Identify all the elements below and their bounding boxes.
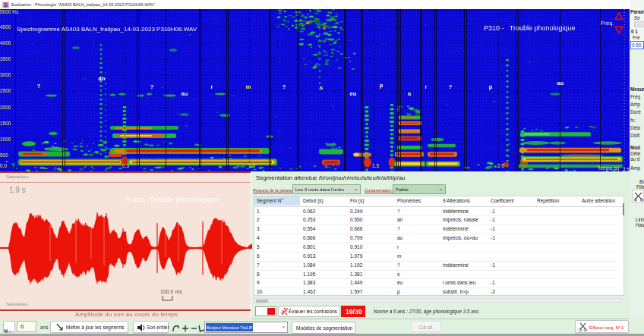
svg-text:Spectrogramme AS403 BALN_trali: Spectrogramme AS403 BALN_tralipau_14-03-… [17, 26, 197, 33]
svg-text:3500: 3500 [0, 56, 11, 61]
svg-text:1.5: 1.5 [372, 163, 379, 168]
svg-text:au: au [182, 90, 188, 97]
svg-text:1500: 1500 [0, 121, 11, 126]
svg-text:p: p [489, 83, 493, 90]
svg-text:s: s [320, 84, 323, 91]
svg-text:au: au [557, 80, 564, 86]
svg-text:4500: 4500 [0, 24, 11, 30]
svg-text:Temps (s): Temps (s) [598, 165, 620, 171]
svg-text:r: r [425, 83, 428, 90]
svg-text:1000: 1000 [0, 137, 11, 142]
svg-text:eu: eu [350, 90, 357, 97]
svg-text:1.0: 1.0 [248, 163, 255, 168]
svg-text:2500: 2500 [0, 88, 11, 93]
svg-text:P310 - Trouble phonologique: P310 - Trouble phonologique [484, 24, 576, 32]
svg-text:0.5: 0.5 [122, 163, 129, 168]
svg-text:4000: 4000 [0, 40, 11, 46]
svg-text:2.0: 2.0 [497, 163, 504, 168]
svg-text:?: ? [150, 83, 154, 90]
svg-text:an: an [99, 75, 106, 82]
svg-text:r: r [211, 83, 213, 90]
svg-text:?: ? [283, 83, 286, 90]
svg-text:Freq.: Freq. [601, 20, 614, 27]
svg-text:0.0: 0.0 [0, 163, 7, 168]
svg-text:500: 500 [0, 152, 8, 158]
svg-text:5000 Hz.: 5000 Hz. [0, 9, 20, 14]
svg-text:m: m [246, 83, 251, 90]
svg-text:?: ? [449, 83, 453, 90]
svg-text:2000: 2000 [0, 105, 11, 110]
svg-text:?: ? [37, 83, 41, 89]
svg-text:3000: 3000 [0, 72, 11, 77]
svg-text:p: p [380, 82, 384, 89]
